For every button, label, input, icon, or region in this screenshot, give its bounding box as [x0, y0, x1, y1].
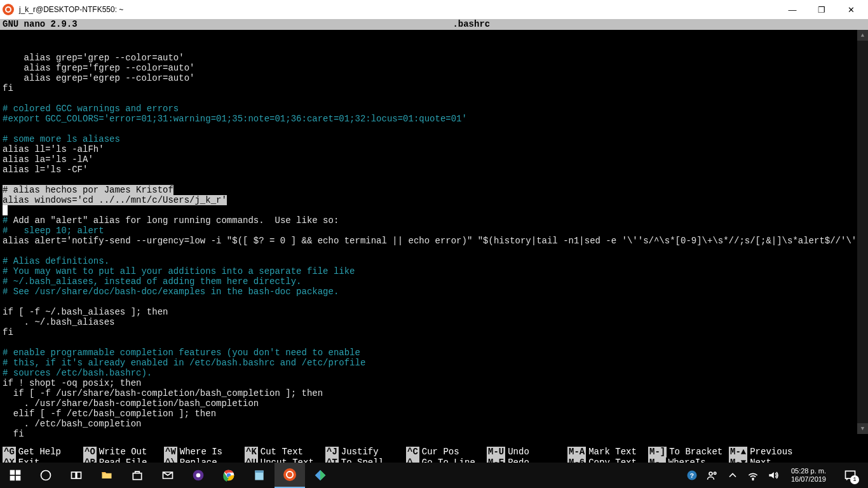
- clock-date: 16/07/2019: [791, 475, 826, 484]
- taskbar-clock[interactable]: 05:28 p. m. 16/07/2019: [787, 467, 830, 484]
- editor-line: # ~/.bash_aliases, instead of adding the…: [3, 276, 301, 287]
- nano-shortcut: M-▲Previous: [729, 447, 810, 458]
- editor-line-selected: alias windows='cd ../../mnt/c/Users/j_k_…: [3, 195, 227, 205]
- microsoft-store-icon[interactable]: [122, 463, 153, 488]
- notepad-icon[interactable]: [244, 463, 275, 488]
- shortcut-key: ^K: [245, 447, 258, 458]
- editor-line: alias grep='grep --color=auto': [3, 53, 184, 63]
- svg-point-9: [196, 473, 201, 478]
- wifi-icon[interactable]: [747, 469, 759, 482]
- shortcut-key: M-U: [487, 447, 505, 458]
- shortcut-key: ^C: [406, 447, 419, 458]
- cortana-icon[interactable]: [31, 463, 61, 488]
- editor-line: fi: [3, 327, 13, 337]
- editor-line: if ! shopt -oq posix; then: [3, 378, 141, 388]
- svg-rect-1: [16, 470, 21, 475]
- clock-time: 05:28 p. m.: [791, 467, 826, 475]
- editor-line: # sources /etc/bash.bashrc).: [3, 368, 152, 378]
- task-view-icon[interactable]: [61, 463, 92, 488]
- notification-badge: 1: [850, 475, 859, 484]
- close-button[interactable]: ✕: [836, 0, 865, 19]
- editor-line: . /usr/share/bash-completion/bash_comple…: [3, 398, 259, 409]
- nano-shortcut: ^JJustify: [325, 447, 406, 458]
- scroll-down-icon[interactable]: ▼: [857, 423, 868, 434]
- chrome-icon[interactable]: [214, 463, 244, 488]
- maximize-button[interactable]: ❐: [807, 0, 836, 19]
- editor-line: . /etc/bash_completion: [3, 419, 141, 429]
- editor-line: # See /usr/share/doc/bash-doc/examples i…: [3, 287, 339, 297]
- action-center-icon[interactable]: 1: [837, 463, 863, 488]
- svg-rect-13: [255, 471, 263, 473]
- shortcut-key: M-A: [567, 447, 586, 458]
- shortcut-label: Cut Text: [261, 447, 303, 458]
- editor-line: fi: [3, 429, 24, 439]
- windows-taskbar: ? 05:28 p. m. 16/07/2019 1: [0, 463, 868, 488]
- editor-area[interactable]: alias grep='grep --color=auto' alias fgr…: [0, 30, 868, 447]
- svg-rect-2: [10, 476, 15, 481]
- window-title: j_k_r@DESKTOP-NTFK550: ~: [19, 5, 773, 14]
- editor-line: # You may want to put all your additions…: [3, 266, 355, 276]
- nano-shortcut: ^WWhere Is: [164, 447, 245, 458]
- nano-shortcut: ^GGet Help: [3, 447, 83, 458]
- editor-line: alias alert='notify-send --urgency=low -…: [3, 236, 868, 246]
- editor-scrollbar[interactable]: ▲ ▼: [857, 30, 868, 434]
- minimize-button[interactable]: —: [778, 0, 807, 19]
- start-button[interactable]: [0, 463, 31, 488]
- people-icon[interactable]: [706, 469, 719, 482]
- editor-line: fi: [3, 83, 13, 93]
- shortcut-key: ^W: [164, 447, 177, 458]
- tray-chevron-icon[interactable]: [726, 469, 739, 482]
- editor-line: Add an "alert" alias for long running co…: [8, 215, 339, 226]
- scroll-up-icon[interactable]: ▲: [857, 30, 868, 41]
- editor-line: if [ -f ~/.bash_aliases ]; then: [3, 307, 168, 317]
- shortcut-label: Where Is: [180, 447, 222, 458]
- editor-line: if [ -f /usr/share/bash-completion/bash_…: [3, 388, 323, 398]
- nano-version: GNU nano 2.9.3: [3, 19, 78, 30]
- editor-line: # Alias definitions.: [3, 256, 109, 266]
- nano-shortcut: M-AMark Text: [567, 447, 648, 458]
- editor-line: # sleep 10; alert: [3, 226, 104, 236]
- app-purple-icon[interactable]: [183, 463, 214, 488]
- svg-rect-7: [133, 473, 141, 480]
- svg-rect-3: [16, 476, 21, 481]
- shortcut-label: To Bracket: [669, 447, 722, 458]
- editor-line: # this, if it's already enabled in /etc/…: [3, 358, 365, 368]
- help-icon[interactable]: ?: [686, 470, 698, 481]
- nano-shortcut: ^KCut Text: [245, 447, 325, 458]
- shortcut-key: M-▲: [729, 447, 747, 458]
- editor-line-selected: # alias hechos por James Kristof: [3, 185, 173, 195]
- volume-icon[interactable]: [767, 469, 780, 482]
- app-diamond-icon[interactable]: [305, 463, 336, 488]
- editor-line: # enable programmable completion feature…: [3, 348, 360, 358]
- svg-rect-5: [72, 472, 76, 478]
- editor-line: elif [ -f /etc/bash_completion ]; then: [3, 409, 216, 419]
- editor-line: # some more ls aliases: [3, 134, 120, 144]
- file-explorer-icon[interactable]: [92, 463, 122, 488]
- shortcut-label: Write Out: [99, 447, 147, 458]
- editor-line: alias egrep='egrep --color=auto': [3, 73, 194, 83]
- editor-line: alias ll='ls -alFh': [3, 144, 104, 154]
- svg-point-17: [714, 472, 715, 474]
- editor-line: alias la='ls -lA': [3, 154, 93, 165]
- shortcut-label: Mark Text: [588, 447, 637, 458]
- svg-point-4: [41, 471, 51, 480]
- shortcut-key: ^J: [325, 447, 339, 458]
- svg-text:?: ?: [690, 472, 694, 480]
- nano-shortcut: M-]To Bracket: [648, 447, 729, 458]
- shortcut-label: Get Help: [18, 447, 61, 458]
- shortcut-label: Undo: [508, 447, 529, 458]
- svg-rect-6: [77, 472, 81, 478]
- mail-icon[interactable]: [153, 463, 183, 488]
- nano-shortcut: ^OWrite Out: [83, 447, 164, 458]
- editor-line: # colored GCC warnings and errors: [3, 104, 179, 114]
- shortcut-label: Justify: [341, 447, 379, 458]
- window-titlebar: j_k_r@DESKTOP-NTFK550: ~ — ❐ ✕: [0, 0, 868, 19]
- shortcut-label: Previous: [750, 447, 792, 458]
- shortcut-key: ^G: [3, 447, 16, 458]
- editor-line: #export GCC_COLORS='error=01;31:warning=…: [3, 114, 467, 124]
- editor-line: alias l='ls -CF': [3, 165, 88, 175]
- shortcut-key: M-]: [648, 447, 667, 458]
- editor-line: alias fgrep='fgrep --color=auto': [3, 63, 194, 73]
- svg-rect-0: [10, 470, 15, 475]
- ubuntu-terminal-icon[interactable]: [275, 463, 305, 488]
